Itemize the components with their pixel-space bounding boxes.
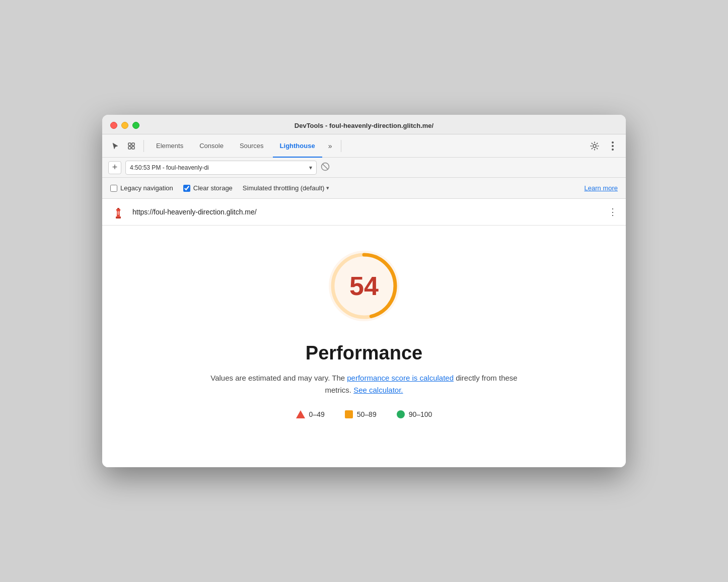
options-bar: Legacy navigation Clear storage Simulate… [102,178,626,199]
performance-title: Performance [306,342,422,364]
svg-point-6 [612,145,614,147]
svg-point-7 [612,149,614,151]
average-icon [345,410,353,418]
svg-rect-0 [128,143,131,146]
calculator-link[interactable]: See calculator. [353,386,403,394]
tab-console[interactable]: Console [192,134,231,158]
svg-point-5 [612,141,614,143]
legend-average: 50–89 [345,410,377,418]
divider2 [341,140,341,152]
url-row: https://foul-heavenly-direction.glitch.m… [102,199,626,226]
poor-icon [296,410,305,418]
block-icon[interactable] [321,162,330,173]
inspect-icon[interactable] [124,139,138,153]
svg-point-4 [593,144,596,148]
svg-rect-3 [132,147,134,149]
url-display-text: 4:50:53 PM - foul-heavenly-di [130,164,306,171]
add-report-button[interactable]: + [108,161,121,174]
legacy-nav-input[interactable] [110,185,117,192]
lh-secondary-toolbar: + 4:50:53 PM - foul-heavenly-di ▾ [102,158,626,178]
clear-storage-checkbox[interactable]: Clear storage [183,184,233,192]
average-range: 50–89 [357,410,377,418]
minimize-button[interactable] [121,122,128,129]
tab-more[interactable]: » [324,142,336,150]
svg-rect-15 [117,208,119,209]
legend-poor: 0–49 [296,410,325,418]
tab-elements[interactable]: Elements [149,134,190,158]
clear-storage-input[interactable] [183,185,190,192]
tab-lighthouse[interactable]: Lighthouse [273,134,322,158]
score-gauge: 54 [324,246,404,326]
maximize-button[interactable] [132,122,139,129]
lighthouse-logo-icon [110,204,126,220]
devtools-toolbar: Elements Console Sources Lighthouse » [102,134,626,158]
traffic-lights [110,122,139,129]
url-more-options-icon[interactable]: ⋮ [608,206,618,217]
page-url: https://foul-heavenly-direction.glitch.m… [132,208,602,216]
svg-rect-12 [118,211,119,212]
settings-icon[interactable] [588,139,602,153]
devtools-window: DevTools - foul-heavenly-direction.glitc… [102,115,626,467]
divider [143,140,144,152]
poor-range: 0–49 [309,410,325,418]
score-legend: 0–49 50–89 90–100 [296,410,432,418]
throttle-dropdown-arrow-icon: ▾ [326,185,329,191]
learn-more-link[interactable]: Learn more [585,184,618,192]
tab-sources[interactable]: Sources [233,134,271,158]
svg-rect-2 [128,147,131,149]
url-dropdown-arrow-icon: ▾ [309,164,312,171]
performance-score: 54 [349,273,379,299]
window-title: DevTools - foul-heavenly-direction.glitc… [295,122,433,129]
svg-rect-13 [118,213,119,214]
svg-line-9 [323,164,328,169]
legend-good: 90–100 [397,410,432,418]
svg-rect-16 [117,212,120,213]
svg-rect-1 [132,143,134,146]
close-button[interactable] [110,122,117,129]
good-icon [397,410,405,418]
good-range: 90–100 [409,410,432,418]
cursor-icon[interactable] [108,139,122,153]
url-selector[interactable]: 4:50:53 PM - foul-heavenly-di ▾ [125,161,317,175]
score-calc-link[interactable]: performance score is calculated [347,374,454,382]
title-bar: DevTools - foul-heavenly-direction.glitc… [102,115,626,134]
legacy-nav-checkbox[interactable]: Legacy navigation [110,184,173,192]
throttling-selector[interactable]: Simulated throttling (default) ▾ [243,184,330,192]
more-options-icon[interactable] [606,139,620,153]
performance-description: Values are estimated and may vary. The p… [208,372,520,396]
main-content: 54 Performance Values are estimated and … [102,226,626,467]
toolbar-right [588,139,620,153]
